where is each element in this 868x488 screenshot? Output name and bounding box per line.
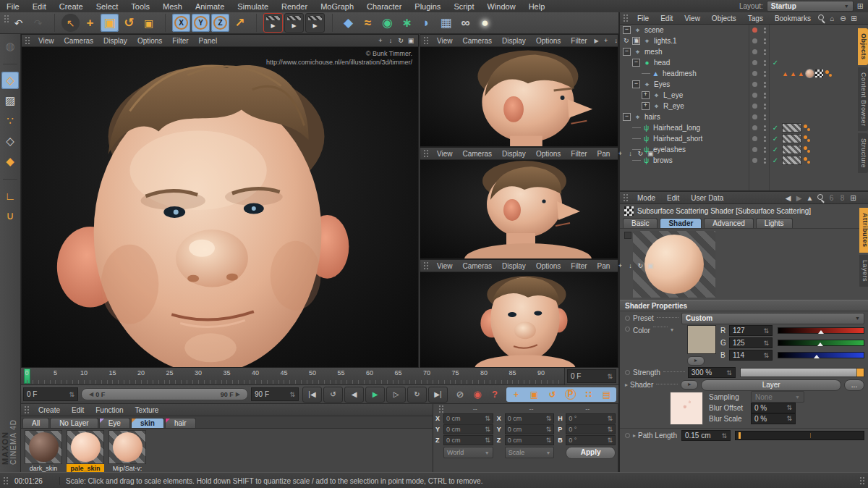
visibility-dots[interactable] xyxy=(760,104,769,109)
visibility-dots[interactable] xyxy=(760,71,769,77)
menu-bookmarks[interactable]: Bookmarks xyxy=(769,14,817,22)
maximize-icon[interactable]: ▣ xyxy=(645,148,655,159)
material-mip-sat-v[interactable]: Mip/Sat-v: xyxy=(109,430,146,473)
add-modifier-button[interactable]: ∗ xyxy=(398,14,416,32)
menu-view[interactable]: View xyxy=(432,37,458,45)
expand-triangle-icon[interactable]: ▸ xyxy=(633,432,636,439)
menu-window[interactable]: Window xyxy=(481,2,522,11)
menu-filter[interactable]: Filter xyxy=(566,37,592,45)
layer-dot[interactable] xyxy=(749,46,760,57)
menu-mograph[interactable]: MoGraph xyxy=(314,2,360,11)
search-icon[interactable] xyxy=(816,193,825,203)
menu-overflow-icon[interactable]: ▶ xyxy=(592,38,601,44)
edges-mode-button[interactable]: ◇ xyxy=(1,132,19,150)
dolly-icon[interactable]: ↓ xyxy=(625,261,635,271)
toolbar-grip[interactable] xyxy=(4,14,9,23)
tab-shader[interactable]: Shader xyxy=(660,218,702,228)
frame-offset-field[interactable]: 0 F ⇅ xyxy=(567,369,616,383)
coordinate-system-button[interactable]: ↗ xyxy=(231,14,249,32)
add-spline-button[interactable]: ≈ xyxy=(359,14,377,32)
viewport-canvas[interactable] xyxy=(420,46,618,146)
side-tab-attributes[interactable]: Attributes xyxy=(859,208,868,253)
keyframe-options-button[interactable]: ? xyxy=(487,387,503,402)
material-thumbnail[interactable] xyxy=(109,430,146,464)
goto-end-button[interactable]: ▶| xyxy=(428,387,448,403)
coordinate-field-y-1[interactable]: 0 cm⇅ xyxy=(505,424,555,434)
layer-shader-button[interactable]: Layer xyxy=(701,379,841,391)
preview-range-slider[interactable]: ◀ 0 F 90 F ▶ xyxy=(81,388,248,400)
undo-button[interactable]: ↶ xyxy=(9,14,27,32)
coordinate-field-x-0[interactable]: 0 cm⇅ xyxy=(443,413,493,424)
enable-check[interactable]: ✓ xyxy=(769,146,782,153)
add-environment-button[interactable]: ▦ xyxy=(437,14,455,32)
add-primitive-button[interactable]: ◆ xyxy=(339,14,357,32)
menu-tags[interactable]: Tags xyxy=(742,14,769,22)
key-rotation-toggle[interactable]: ↺ xyxy=(544,388,561,401)
next-frame-button[interactable]: ▷ xyxy=(386,387,406,403)
autokey-button[interactable]: ⊘ xyxy=(452,387,468,402)
pan-icon[interactable]: + xyxy=(615,148,625,159)
menu-display[interactable]: Display xyxy=(497,150,531,158)
slider-marker[interactable] xyxy=(814,355,820,358)
orbit-icon[interactable]: ↻ xyxy=(621,35,631,46)
sss-tag-icon[interactable] xyxy=(815,70,823,77)
menu-display[interactable]: Display xyxy=(497,262,531,270)
lock-icon[interactable]: 6 xyxy=(827,193,836,203)
end-frame-field[interactable]: 90 F ⇅ xyxy=(251,387,299,401)
panel-grip[interactable] xyxy=(859,476,865,485)
layer-texture-thumbnail[interactable] xyxy=(670,392,703,425)
orbit-icon[interactable]: ↻ xyxy=(396,35,406,46)
menu-mode[interactable]: Mode xyxy=(631,194,661,202)
filter-icon[interactable]: ⊖ xyxy=(838,14,848,23)
range-left-arrow-icon[interactable]: ◀ xyxy=(87,391,95,397)
expand-icon[interactable]: + xyxy=(642,102,650,110)
add-panel-icon[interactable]: ⊞ xyxy=(849,14,859,23)
panel-grip[interactable] xyxy=(438,405,444,413)
shader-preview-button[interactable]: ▸ xyxy=(681,380,698,390)
orbit-icon[interactable]: ↻ xyxy=(635,261,645,271)
menu-create[interactable]: Create xyxy=(33,406,66,414)
enable-axis-button[interactable]: ∟ xyxy=(1,187,19,204)
coordinate-field-p-2[interactable]: 0 °⇅ xyxy=(566,424,616,434)
channel-slider-r[interactable] xyxy=(778,327,864,334)
last-used-tool[interactable]: ▣ xyxy=(140,14,158,32)
material-tag-icon[interactable] xyxy=(782,134,801,143)
enable-check[interactable]: ✓ xyxy=(769,135,782,143)
path-length-slider[interactable] xyxy=(735,431,864,440)
selection-tag-icon[interactable]: ▲ xyxy=(790,70,796,77)
menu-character[interactable]: Character xyxy=(360,2,408,11)
layout-select[interactable]: Startup ▼ xyxy=(767,1,854,12)
tree-row-hairhead-long[interactable]: ψHairhead_long✓ xyxy=(620,122,868,133)
coordinate-field-b-2[interactable]: 0 °⇅ xyxy=(566,435,616,445)
menu-edit[interactable]: Edit xyxy=(655,14,678,22)
menu-animate[interactable]: Animate xyxy=(189,2,231,11)
expand-triangle-icon[interactable]: ▾ xyxy=(671,327,673,333)
menu-view[interactable]: View xyxy=(432,150,458,158)
visibility-dots[interactable] xyxy=(760,125,769,131)
uvw-tag-icon[interactable] xyxy=(803,146,811,153)
viewport-grip[interactable] xyxy=(423,149,429,158)
layer-dot[interactable] xyxy=(749,90,760,101)
nav-up-icon[interactable]: ▲ xyxy=(805,193,814,203)
render-picture-viewer-button[interactable]: ▶ xyxy=(284,13,304,33)
previous-frame-button[interactable]: ◀ xyxy=(344,387,364,403)
menu-user-data[interactable]: User Data xyxy=(685,194,729,202)
viewport-canvas[interactable] xyxy=(420,159,618,258)
menu-options[interactable]: Options xyxy=(132,37,167,45)
lock-x-axis-button[interactable]: X xyxy=(172,14,190,32)
menu-render[interactable]: Render xyxy=(275,2,314,11)
spinner-icon[interactable]: ⇅ xyxy=(485,415,490,422)
menu-cameras[interactable]: Cameras xyxy=(59,37,99,45)
material-tag-icon[interactable] xyxy=(782,123,801,132)
add-panel-icon[interactable]: ⊞ xyxy=(848,193,858,203)
menu-view[interactable]: View xyxy=(432,262,458,270)
layer-dot[interactable] xyxy=(749,57,760,68)
layer-dot[interactable] xyxy=(749,101,760,112)
channel-field-g[interactable]: 125⇅ xyxy=(729,337,773,348)
layer-dot[interactable] xyxy=(749,68,760,79)
nav-back-icon[interactable]: ◀ xyxy=(783,193,793,203)
side-tab-objects[interactable]: Objects xyxy=(858,28,868,65)
menu-mesh[interactable]: Mesh xyxy=(156,2,189,11)
panel-grip[interactable] xyxy=(24,405,30,414)
record-keyframe-button[interactable]: ◉ xyxy=(469,387,485,402)
